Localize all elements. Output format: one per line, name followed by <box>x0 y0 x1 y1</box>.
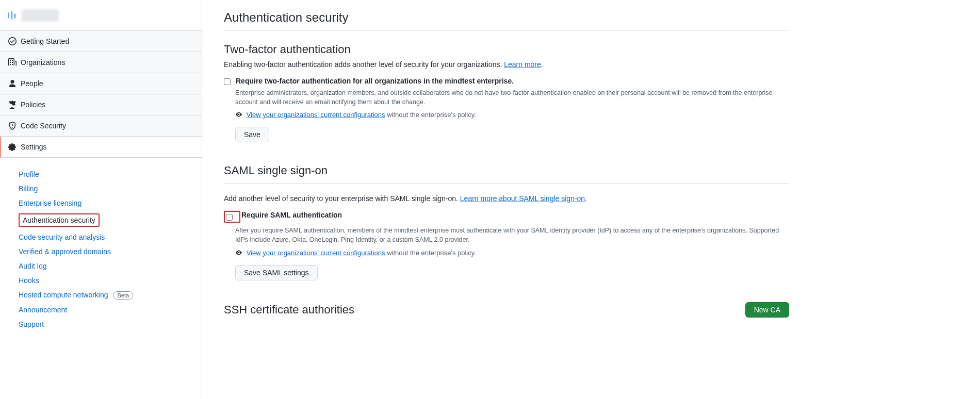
shield-icon <box>8 122 17 130</box>
subnav-verified-domains[interactable]: Verified & approved domains <box>0 244 202 259</box>
ssh-ca-section: SSH certificate authorities New CA <box>224 302 789 318</box>
nav-organizations[interactable]: Organizations <box>0 52 202 73</box>
main-content: Authentication security Two-factor authe… <box>202 0 980 399</box>
subnav-profile[interactable]: Profile <box>0 167 202 181</box>
nav-people[interactable]: People <box>0 73 202 94</box>
nav-code-security[interactable]: Code Security <box>0 115 202 137</box>
nav-label: Code Security <box>21 122 66 130</box>
nav-settings[interactable]: Settings <box>0 137 202 158</box>
svg-rect-1 <box>11 11 12 20</box>
logo-area <box>0 0 202 31</box>
nav-policies[interactable]: Policies <box>0 94 202 115</box>
nav-label: Settings <box>21 143 47 151</box>
subnav-enterprise-licensing[interactable]: Enterprise licensing <box>0 196 202 210</box>
subnav-billing[interactable]: Billing <box>0 181 202 196</box>
org-name-redacted <box>22 9 59 22</box>
subnav-announcement[interactable]: Announcement <box>0 303 202 317</box>
require-saml-highlight <box>224 211 240 223</box>
sidebar: Getting Started Organizations People Pol… <box>0 0 202 399</box>
saml-section: SAML single sign-on Add another level of… <box>224 164 789 280</box>
nav-label: Getting Started <box>21 37 69 45</box>
require-2fa-checkbox[interactable] <box>224 78 231 85</box>
gear-icon <box>8 143 17 151</box>
saml-heading: SAML single sign-on <box>224 164 789 177</box>
primary-nav: Getting Started Organizations People Pol… <box>0 31 202 158</box>
eye-icon <box>235 111 242 120</box>
save-saml-button[interactable]: Save SAML settings <box>235 265 318 280</box>
nav-label: Policies <box>21 101 45 109</box>
two-factor-intro: Enabling two-factor authentication adds … <box>224 60 789 69</box>
require-saml-label: Require SAML authentication <box>241 211 342 219</box>
beta-badge: Beta <box>113 291 133 300</box>
person-icon <box>8 79 17 88</box>
nav-label: People <box>21 79 43 88</box>
require-saml-checkbox[interactable] <box>226 214 233 221</box>
subnav-audit-log[interactable]: Audit log <box>0 259 202 273</box>
saml-intro: Add another level of security to your en… <box>224 194 789 203</box>
law-icon <box>8 101 17 109</box>
subnav-code-security-analysis[interactable]: Code security and analysis <box>0 230 202 244</box>
new-ca-button[interactable]: New CA <box>745 302 789 318</box>
organization-icon <box>8 58 17 66</box>
page-title: Authentication security <box>224 10 789 30</box>
view-org-configs-link-saml[interactable]: View your organizations' current configu… <box>247 249 385 257</box>
saml-learn-more-link[interactable]: Learn more about SAML single sign-on <box>460 194 585 203</box>
two-factor-section: Two-factor authentication Enabling two-f… <box>224 43 789 142</box>
two-factor-learn-more-link[interactable]: Learn more <box>504 60 541 69</box>
subnav-hooks[interactable]: Hooks <box>0 273 202 288</box>
check-circle-icon <box>8 37 17 45</box>
app-logo-icon <box>7 11 17 20</box>
subnav-support[interactable]: Support <box>0 317 202 331</box>
saml-help-text: After you require SAML authentication, m… <box>235 226 789 244</box>
subnav-hosted-compute[interactable]: Hosted compute networking Beta <box>0 288 202 303</box>
subnav-authentication-security[interactable]: Authentication security <box>0 210 202 230</box>
view-org-configs-link-2fa[interactable]: View your organizations' current configu… <box>247 111 385 119</box>
ssh-ca-heading: SSH certificate authorities <box>224 303 354 317</box>
settings-subnav: Profile Billing Enterprise licensing Aut… <box>0 158 202 331</box>
eye-icon <box>235 249 242 258</box>
nav-label: Organizations <box>21 58 65 66</box>
two-factor-help-text: Enterprise administrators, organization … <box>235 88 789 107</box>
svg-rect-0 <box>8 12 9 18</box>
nav-getting-started[interactable]: Getting Started <box>0 31 202 52</box>
save-2fa-button[interactable]: Save <box>235 127 269 142</box>
require-2fa-label: Require two-factor authentication for al… <box>236 77 514 85</box>
two-factor-heading: Two-factor authentication <box>224 43 789 56</box>
svg-rect-2 <box>14 13 16 18</box>
